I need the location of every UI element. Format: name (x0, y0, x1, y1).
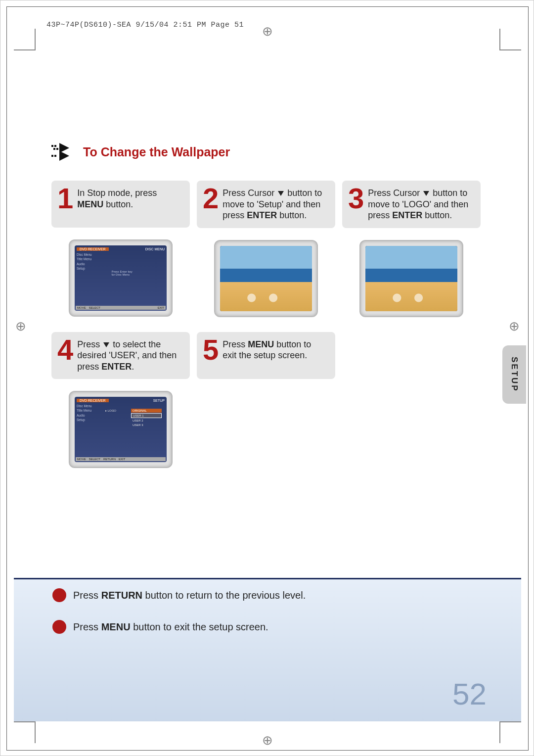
tv-mockup-disc-menu: DVD RECEIVER DISC MENU Disc Menu Title M… (69, 239, 173, 317)
step-3: 3 Press Cursor button to move to 'LOGO' … (342, 181, 481, 317)
tip-return: Press RETURN button to return to the pre… (14, 579, 521, 606)
svg-rect-5 (51, 155, 53, 157)
registration-mark-icon: ⊕ (261, 733, 274, 747)
crop-mark (14, 49, 35, 50)
tv-option: USER 3 (131, 423, 162, 427)
step-card: 2 Press Cursor button to move to 'Setup'… (197, 181, 335, 228)
tv-sidebar-item: Title Menu (77, 257, 165, 261)
step-1: 1 In Stop mode, press MENU button. DVD R… (51, 181, 190, 317)
tv-logo-label: ▸ LOGO (105, 409, 116, 412)
tip-text-fragment: button to exit the setup screen. (131, 621, 268, 632)
crop-mark (14, 721, 35, 722)
tv-sidebar-item: Disc Menu (77, 404, 165, 408)
step-text-fragment: Press Cursor (222, 188, 277, 198)
arrow-cluster-icon (51, 143, 76, 161)
step-text-fragment: Press Cursor (368, 188, 422, 198)
section-title: To Change the Wallpaper (83, 145, 230, 159)
registration-mark-icon: ⊕ (507, 319, 521, 333)
crop-mark (500, 49, 521, 50)
step-text-fragment: In Stop mode, press (77, 188, 157, 198)
header-slug: 43P~74P(DS610)-SEA 9/15/04 2:51 PM Page … (46, 21, 244, 29)
step-text: Press to select the desired 'USER', and … (77, 337, 182, 373)
step-text-fragment: Press (222, 339, 248, 349)
step-text-bold: MENU (248, 339, 274, 349)
tv-menu-label: DISC MENU (145, 247, 165, 251)
tv-bottom-bar: MOVESELECTEXIT (76, 306, 166, 310)
step-number: 1 (57, 186, 73, 211)
step-4: 4 Press to select the desired 'USER', an… (51, 332, 190, 469)
tv-sidebar-item: Audio (77, 262, 165, 266)
step-card: 5 Press MENU button to exit the setup sc… (197, 332, 335, 379)
tip-text-bold: MENU (101, 621, 131, 632)
svg-rect-3 (56, 148, 58, 150)
bullet-dot-icon (52, 588, 66, 602)
tv-tab-label: DVD RECEIVER (77, 399, 109, 402)
step-text: Press MENU button to exit the setup scre… (222, 337, 327, 361)
step-text: Press Cursor button to move to 'LOGO' an… (368, 186, 473, 221)
tv-bottom-bar: MOVESELECTRETURNEXIT (76, 457, 166, 461)
tv-mockup-photo (359, 240, 463, 317)
step-number: 4 (57, 337, 73, 363)
svg-marker-4 (59, 143, 69, 153)
page-number: 52 (452, 676, 487, 711)
svg-rect-2 (53, 148, 55, 150)
svg-rect-0 (51, 145, 53, 147)
down-triangle-icon (103, 342, 109, 347)
step-2: 2 Press Cursor button to move to 'Setup'… (197, 181, 335, 317)
tv-sidebar-item: Disc Menu (77, 252, 165, 257)
svg-rect-1 (54, 145, 56, 147)
crop-mark (35, 721, 36, 743)
step-text-fragment: button. (277, 210, 307, 220)
tv-tab-label: DVD RECEIVER (77, 247, 109, 251)
tip-menu: Press MENU button to exit the setup scre… (14, 606, 521, 638)
step-text-bold: ENTER (101, 362, 132, 372)
step-number: 5 (203, 337, 219, 363)
tip-text-fragment: button to return to the previous level. (142, 590, 306, 601)
page-frame: 43P~74P(DS610)-SEA 9/15/04 2:51 PM Page … (6, 6, 529, 751)
step-text-bold: ENTER (392, 210, 422, 220)
tip-text-fragment: Press (73, 621, 101, 632)
tv-mockup-photo (214, 240, 318, 317)
crop-mark (500, 721, 521, 722)
down-triangle-icon (278, 191, 284, 196)
tv-sidebar: Disc Menu Title Menu Audio Setup (77, 252, 165, 271)
down-triangle-icon (423, 191, 429, 196)
tip-text-fragment: Press (73, 590, 101, 601)
steps-row-1: 1 In Stop mode, press MENU button. DVD R… (51, 181, 496, 317)
step-text-bold: ENTER (247, 210, 277, 220)
crop-mark (499, 29, 500, 50)
tv-option: USER 1 (131, 413, 162, 418)
step-text-bold: MENU (77, 199, 103, 209)
bottom-tips-block: Press RETURN button to return to the pre… (14, 578, 521, 721)
steps-row-2: 4 Press to select the desired 'USER', an… (51, 332, 496, 469)
content-area: To Change the Wallpaper 1 In Stop mode, … (51, 143, 496, 477)
tip-text-bold: RETURN (101, 590, 142, 601)
step-text-fragment: button. (422, 210, 452, 220)
step-card: 3 Press Cursor button to move to 'LOGO' … (342, 181, 481, 228)
svg-marker-7 (59, 151, 69, 161)
registration-mark-icon: ⊕ (14, 319, 28, 333)
step-text: Press Cursor button to move to 'Setup' a… (222, 186, 327, 221)
tv-mockup-setup-logo: DVD RECEIVER SETUP Disc Menu Title Menu … (69, 391, 173, 468)
side-tab-setup: SETUP (502, 345, 526, 404)
step-card: 4 Press to select the desired 'USER', an… (51, 332, 190, 379)
step-5: 5 Press MENU button to exit the setup sc… (197, 332, 335, 379)
side-tab-label: SETUP (509, 357, 519, 392)
crop-mark (499, 721, 500, 743)
tv-option: USER 2 (131, 419, 162, 423)
step-number: 2 (203, 186, 219, 211)
step-text-fragment: button. (103, 199, 133, 209)
svg-rect-6 (54, 155, 56, 157)
step-number: 3 (348, 186, 364, 211)
step-text-fragment: Press (77, 339, 102, 349)
tv-logo-options: ORIGINAL USER 1 USER 2 USER 3 (131, 409, 162, 427)
crop-mark (35, 29, 36, 50)
section-title-row: To Change the Wallpaper (51, 143, 496, 161)
bullet-dot-icon (52, 620, 66, 634)
tv-center-message: Press Enter key for Disc Menu (111, 270, 132, 276)
step-text: In Stop mode, press MENU button. (77, 186, 182, 210)
tv-option: ORIGINAL (131, 409, 162, 413)
step-card: 1 In Stop mode, press MENU button. (51, 181, 190, 228)
step-text-fragment: . (132, 362, 134, 372)
registration-mark-icon: ⊕ (261, 24, 274, 38)
